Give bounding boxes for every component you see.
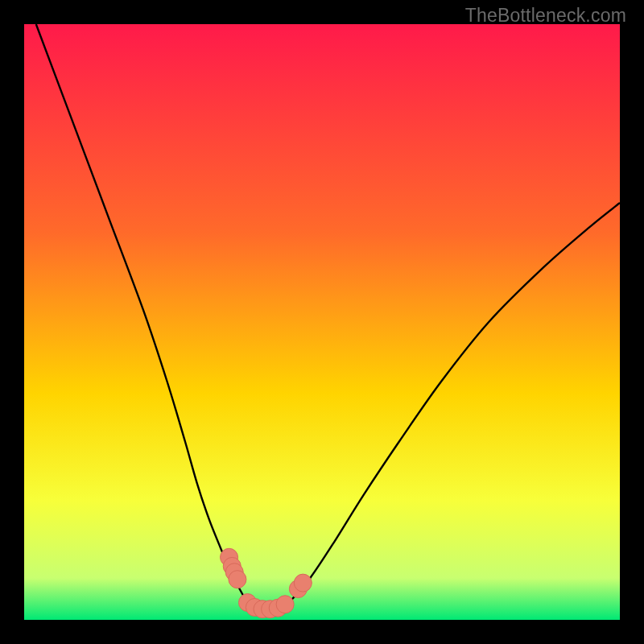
plot-area	[24, 24, 620, 620]
chart-svg	[24, 24, 620, 620]
left-cluster-marker	[229, 571, 246, 588]
watermark-text: TheBottleneck.com	[465, 5, 626, 27]
right-cluster-marker	[294, 574, 312, 592]
valley-cluster-marker	[276, 596, 294, 613]
gradient-background	[24, 24, 620, 620]
